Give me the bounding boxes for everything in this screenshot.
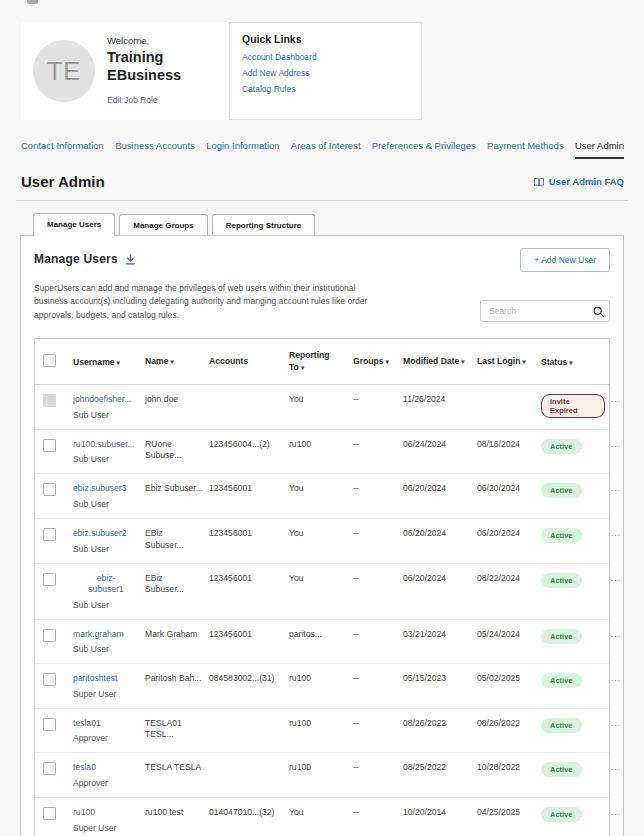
nav-tab[interactable]: Contact Information <box>21 140 104 159</box>
status-badge: Active <box>541 629 582 644</box>
column-header-label: Modified Date <box>403 356 459 366</box>
name-cell: ru100 test <box>145 807 209 819</box>
row-actions-button[interactable]: ... <box>611 718 623 728</box>
last-login-cell: 10/28/2022 <box>477 762 541 774</box>
row-checkbox[interactable] <box>43 673 56 686</box>
username-cell: ebiz.subuser2 Sub User <box>73 528 145 554</box>
search-icon[interactable] <box>592 304 605 322</box>
row-actions-button[interactable]: ... <box>611 673 623 683</box>
column-header[interactable]: Status▾ <box>541 357 611 367</box>
username-link[interactable]: johndoefisher... <box>73 394 131 404</box>
admin-tab[interactable]: Manage Groups <box>119 214 207 236</box>
name-cell: TESLA TESLA <box>145 762 209 774</box>
username-link[interactable]: mark.graham <box>73 629 124 639</box>
status-badge: Active <box>541 673 582 688</box>
user-admin-faq-link[interactable]: User Admin FAQ <box>533 176 624 188</box>
row-checkbox[interactable] <box>43 762 56 775</box>
column-header[interactable]: Accounts <box>209 356 289 368</box>
username-link[interactable]: ru100 <box>73 807 95 817</box>
status-cell: Active <box>541 439 611 454</box>
row-actions-button[interactable]: ... <box>611 573 623 583</box>
row-checkbox[interactable] <box>43 528 56 541</box>
checkbox-cell <box>43 807 73 822</box>
download-icon[interactable] <box>124 253 137 266</box>
username-link[interactable]: ebiz.subuser2 <box>73 528 127 538</box>
reporting-to-cell: You <box>289 573 353 585</box>
search-input[interactable] <box>480 300 610 322</box>
column-header[interactable]: Groups▾ <box>353 356 403 368</box>
checkbox-cell <box>43 718 73 733</box>
row-checkbox[interactable] <box>43 807 56 820</box>
header-cards: TE Welcome, Training EBusiness Edit Job … <box>21 22 644 120</box>
groups-cell: -- <box>353 483 403 495</box>
status-cell: Active <box>541 718 611 733</box>
manage-users-description: SuperUsers can add and manage the privil… <box>34 282 386 322</box>
nav-tab[interactable]: Login Information <box>206 140 279 159</box>
row-checkbox[interactable] <box>43 718 56 731</box>
row-actions-button[interactable]: ... <box>611 629 623 639</box>
nav-tab[interactable]: Business Accounts <box>115 140 195 159</box>
username-link[interactable]: paritoshtest <box>73 673 117 683</box>
quick-link[interactable]: Catalog Rules <box>242 84 409 94</box>
quick-link[interactable]: Add New Address <box>242 68 409 78</box>
edit-job-role-link[interactable]: Edit Job Role <box>107 95 158 105</box>
column-header[interactable]: Reporting To▾ <box>289 350 353 373</box>
row-actions-button[interactable]: ... <box>611 807 623 817</box>
status-cell: Active <box>541 483 611 498</box>
modified-date-cell: 06/24/2024 <box>403 439 477 451</box>
quick-links-title: Quick Links <box>242 33 409 45</box>
modified-date-cell: 06/20/2024 <box>403 483 477 495</box>
username-link[interactable]: tesla01 <box>73 718 101 728</box>
last-login-cell: 06/20/2024 <box>477 483 541 495</box>
reporting-to-cell: ru100 <box>289 673 353 685</box>
column-header[interactable]: Name▾ <box>145 356 209 368</box>
last-login-cell: 04/25/2025 <box>477 807 541 819</box>
sort-caret-icon: ▾ <box>461 358 464 365</box>
checkbox-cell <box>43 528 73 543</box>
row-checkbox[interactable] <box>43 439 56 452</box>
row-checkbox[interactable] <box>43 573 56 586</box>
groups-cell: -- <box>353 807 403 819</box>
username-cell: paritoshtest Super User <box>73 673 145 699</box>
select-all-checkbox[interactable] <box>43 354 56 367</box>
profile-text: Welcome, Training EBusiness Edit Job Rol… <box>107 35 181 107</box>
nav-tab[interactable]: Payment Methods <box>487 140 564 159</box>
nav-tab[interactable]: Preferences & Privileges <box>372 140 476 159</box>
column-header[interactable]: Modified Date▾ <box>403 356 477 368</box>
modified-date-cell: 06/20/2024 <box>403 573 477 585</box>
row-actions-button[interactable]: ... <box>611 394 623 404</box>
username-link[interactable]: ru100.subuser... <box>73 439 135 449</box>
column-header[interactable]: Username▾ <box>73 357 145 367</box>
status-cell: Active <box>541 573 611 588</box>
row-actions-button[interactable]: ... <box>611 528 623 538</box>
nav-tab[interactable]: User Admin <box>575 140 624 159</box>
column-header[interactable]: Last Login▾ <box>477 356 541 368</box>
nav-tab[interactable]: Areas of Interest <box>291 140 361 159</box>
name-cell: Mark Graham <box>145 629 209 641</box>
username-link[interactable]: tesla0 <box>73 762 96 772</box>
quick-link[interactable]: Account Dashboard <box>242 52 409 62</box>
user-role-label: Super User <box>73 689 139 699</box>
admin-tab[interactable]: Manage Users <box>33 213 115 236</box>
page-title: User Admin <box>21 173 105 190</box>
groups-cell: -- <box>353 762 403 774</box>
username-link[interactable]: ebiz.subuser3 <box>73 483 127 493</box>
row-checkbox[interactable] <box>43 394 56 407</box>
username-link[interactable]: ebiz- subuser1 <box>73 573 139 596</box>
row-actions-button[interactable]: ... <box>611 762 623 772</box>
reporting-to-cell: You <box>289 528 353 540</box>
tab-label: Manage Groups <box>133 221 193 230</box>
row-actions-button[interactable]: ... <box>611 439 623 449</box>
sort-caret-icon: ▾ <box>117 359 120 366</box>
row-checkbox[interactable] <box>43 629 56 642</box>
add-new-user-button[interactable]: + Add New User <box>520 248 610 272</box>
column-header-label: Username <box>73 357 115 367</box>
admin-tab[interactable]: Reporting Structure <box>212 214 316 236</box>
accounts-cell: 123456001 <box>209 483 289 495</box>
row-checkbox[interactable] <box>43 483 56 496</box>
accounts-cell: 123456004...(2) <box>209 439 289 451</box>
reporting-to-cell: ru100 <box>289 718 353 730</box>
status-badge: Active <box>541 718 582 733</box>
row-actions-button[interactable]: ... <box>611 483 623 493</box>
column-header-label: Groups <box>353 356 384 366</box>
